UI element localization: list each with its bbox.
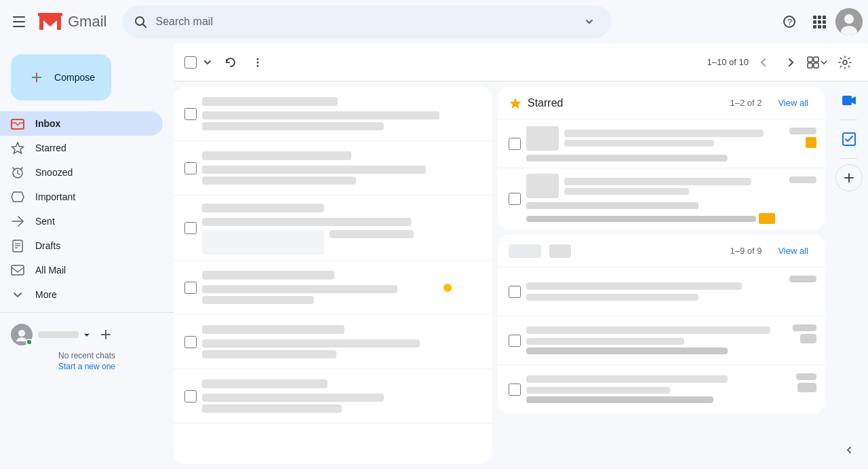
mail-list — [174, 87, 492, 464]
second-section-card: 1–9 of 9 View all — [498, 235, 825, 413]
add-chat-button[interactable] — [98, 326, 114, 343]
mail-checkbox[interactable] — [184, 282, 197, 294]
svg-point-50 — [843, 60, 847, 64]
starred-badge — [806, 137, 816, 148]
row-extra2-placeholder — [526, 216, 756, 222]
second-row-content — [526, 282, 814, 301]
account-button[interactable] — [835, 8, 863, 35]
row-extra-ph — [526, 396, 713, 403]
dropdown-small-icon — [819, 58, 829, 67]
next-page-button[interactable] — [778, 50, 803, 75]
sidebar-item-all-mail[interactable]: All Mail — [0, 258, 163, 282]
more-options-button[interactable] — [245, 50, 270, 75]
sidebar-item-inbox[interactable]: Inbox — [0, 111, 163, 136]
second-row-checkbox[interactable] — [509, 286, 521, 298]
more-label: More — [35, 289, 152, 300]
starred-row-checkbox[interactable] — [509, 193, 521, 205]
row-extra-placeholder — [526, 202, 698, 209]
mail-preview-placeholder — [202, 405, 342, 413]
rail-add-icon — [843, 172, 855, 184]
search-icon — [134, 15, 147, 29]
mail-checkbox[interactable] — [184, 390, 197, 402]
help-button[interactable]: ? — [776, 8, 803, 35]
search-input[interactable] — [155, 16, 570, 28]
sidebar-item-starred[interactable]: Starred — [0, 136, 163, 160]
settings-icon — [838, 56, 852, 69]
send-icon — [11, 214, 24, 228]
row-date-ph — [789, 276, 816, 282]
mail-sender-placeholder — [202, 97, 338, 106]
add-icon — [99, 328, 113, 341]
second-section-row[interactable] — [498, 364, 825, 413]
apps-button[interactable] — [806, 8, 833, 35]
category-tag-1 — [509, 244, 541, 258]
mail-preview-placeholder — [202, 176, 356, 185]
row-badge-ph — [800, 334, 816, 343]
refresh-button[interactable] — [218, 50, 243, 75]
mail-row[interactable] — [174, 369, 492, 424]
sidebar-item-sent[interactable]: Sent — [0, 209, 163, 233]
svg-rect-13 — [818, 20, 821, 24]
mail-toolbar: 1–10 of 10 — [174, 43, 868, 81]
mail-subject-placeholder — [202, 394, 384, 402]
row-extra-placeholder — [526, 155, 728, 162]
snoozed-label: Snoozed — [35, 167, 152, 178]
second-row-content — [526, 375, 814, 403]
tasks-button[interactable] — [835, 126, 863, 153]
start-new-chat-link[interactable]: Start a new one — [11, 362, 163, 371]
inbox-label: Inbox — [35, 118, 152, 129]
starred-view-all-button[interactable]: View all — [772, 95, 814, 111]
rail-add-button[interactable] — [835, 164, 863, 191]
mail-checkbox[interactable] — [184, 336, 197, 348]
dropdown-arrow-icon — [81, 329, 92, 340]
second-row-checkbox[interactable] — [509, 335, 521, 347]
rail-expand-button[interactable] — [841, 442, 857, 458]
meet-icon — [842, 93, 856, 108]
chat-section: No recent chats Start a new one — [0, 318, 174, 469]
rail-divider — [841, 119, 857, 120]
mail-row[interactable] — [174, 261, 492, 315]
row-subject-ph — [526, 282, 742, 290]
mail-checkbox[interactable] — [184, 162, 197, 174]
svg-rect-14 — [823, 20, 826, 24]
select-chevron-icon — [202, 57, 213, 68]
second-row-checkbox[interactable] — [509, 383, 521, 396]
mail-row[interactable] — [174, 195, 492, 261]
starred-row[interactable] — [498, 168, 825, 229]
help-icon: ? — [783, 15, 796, 29]
second-section-row[interactable] — [498, 316, 825, 364]
mail-row[interactable] — [174, 87, 492, 141]
row-date-placeholder — [789, 128, 816, 134]
sidebar-item-drafts[interactable]: Drafts — [0, 233, 163, 258]
second-section-row[interactable] — [498, 267, 825, 316]
gmail-text-label: Gmail — [68, 13, 106, 31]
mail-row[interactable] — [174, 141, 492, 195]
sidebar-item-more[interactable]: More — [0, 282, 163, 307]
search-dropdown-button[interactable] — [578, 11, 600, 33]
chevron-left-icon — [757, 56, 770, 69]
sidebar-item-snoozed[interactable]: Snoozed — [0, 160, 163, 185]
select-all-checkbox[interactable] — [184, 56, 197, 69]
sidebar-item-important[interactable]: Important — [0, 185, 163, 209]
row-date-ph3 — [796, 373, 816, 380]
prev-page-button[interactable] — [751, 50, 776, 75]
settings-button[interactable] — [833, 50, 857, 75]
row-preview-ph — [526, 387, 670, 394]
chevron-right-icon — [785, 56, 797, 69]
meet-button[interactable] — [835, 87, 863, 114]
row-date-placeholder2 — [789, 176, 816, 183]
mail-checkbox[interactable] — [184, 108, 197, 120]
mail-row[interactable] — [174, 315, 492, 369]
compose-button[interactable]: Compose — [11, 54, 111, 100]
row-badge-ph3 — [797, 383, 816, 392]
starred-row[interactable] — [498, 119, 825, 168]
view-type-button[interactable] — [806, 50, 830, 75]
row-preview-placeholder — [564, 140, 714, 147]
all-mail-icon — [11, 263, 24, 277]
starred-row-checkbox[interactable] — [509, 138, 521, 150]
menu-button[interactable] — [5, 8, 33, 35]
select-dropdown-button[interactable] — [199, 54, 216, 71]
mail-checkbox[interactable] — [184, 222, 197, 234]
second-view-all-button[interactable]: View all — [772, 243, 814, 259]
svg-rect-35 — [12, 265, 24, 275]
